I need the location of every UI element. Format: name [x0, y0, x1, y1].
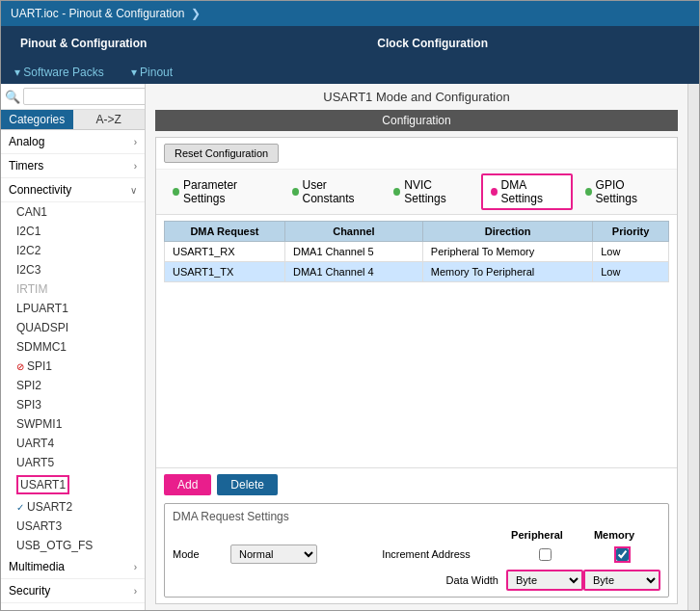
peripheral-col-label: Peripheral — [498, 529, 576, 541]
cell-priority-0: Low — [593, 242, 669, 262]
sidebar-subitem-spi1[interactable]: ⊘ SPI1 — [1, 357, 145, 376]
sidebar-subitem-can1[interactable]: CAN1 — [1, 202, 145, 222]
title-chevron-icon: ❯ — [191, 7, 201, 20]
memory-checkbox[interactable] — [616, 548, 629, 561]
tab-dot-pink — [491, 188, 498, 196]
sidebar-subitem-i2c2[interactable]: I2C2 — [1, 241, 145, 260]
sidebar-subitem-quadspi[interactable]: QUADSPI — [1, 318, 145, 337]
software-packs-menu[interactable]: ▾ Software Packs — [1, 61, 118, 84]
top-nav-sub: ▾ Software Packs ▾ Pinout — [1, 61, 699, 84]
spacer — [156, 288, 677, 467]
chevron-down-icon: ∨ — [130, 185, 137, 196]
pinout-config-tab[interactable]: Pinout & Configuration — [1, 26, 166, 61]
sidebar-subitem-i2c1[interactable]: I2C1 — [1, 222, 145, 241]
chevron-right-icon: › — [134, 562, 137, 572]
cell-direction-1: Memory To Peripheral — [422, 262, 592, 282]
tab-parameter-settings[interactable]: Parameter Settings — [164, 174, 280, 209]
cell-channel-1: DMA1 Channel 4 — [284, 262, 422, 282]
add-button[interactable]: Add — [164, 474, 211, 495]
settings-columns-header: Peripheral Memory — [173, 529, 660, 541]
col-direction: Direction — [422, 222, 592, 242]
sidebar-subitem-uart5[interactable]: UART5 — [1, 453, 145, 472]
reset-configuration-button[interactable]: Reset Configuration — [164, 144, 279, 163]
delete-button[interactable]: Delete — [217, 474, 278, 495]
data-width-label: Data Width — [446, 574, 498, 586]
main-area: 🔍 ⚙ Categories A->Z Analog › Timers › — [1, 84, 699, 610]
col-priority: Priority — [593, 222, 669, 242]
tab-user-constants[interactable]: User Constants — [283, 174, 382, 209]
content-title: USART1 Mode and Configuration — [146, 84, 687, 110]
tab-dot-green — [292, 188, 299, 196]
increment-address-label: Increment Address — [317, 548, 506, 560]
sidebar-subitem-irtim[interactable]: IRTIM — [1, 279, 145, 299]
data-width-peripheral-select[interactable]: Byte Half Word Word — [506, 570, 583, 591]
config-body: Reset Configuration Parameter Settings U… — [155, 137, 678, 604]
config-label: Configuration — [155, 110, 678, 131]
sidebar-tabs: Categories A->Z — [1, 110, 145, 130]
title-bar-text: UART.ioc - Pinout & Configuration — [11, 7, 185, 20]
sidebar-subitem-usart2[interactable]: ✓ USART2 — [1, 497, 145, 517]
sidebar-subitem-usb-otg-fs[interactable]: USB_OTG_FS — [1, 536, 145, 555]
data-width-peripheral-wrapper: Byte Half Word Word — [506, 570, 583, 591]
cell-request-0: USART1_RX — [165, 242, 285, 262]
tab-gpio-settings[interactable]: GPIO Settings — [577, 174, 669, 209]
peripheral-checkbox[interactable] — [539, 548, 552, 561]
sidebar-item-analog[interactable]: Analog › — [1, 130, 145, 154]
sidebar-subitem-usart1[interactable]: USART1 — [1, 472, 145, 497]
sidebar-item-timers[interactable]: Timers › — [1, 154, 145, 178]
dma-request-settings: DMA Request Settings Peripheral Memory M… — [164, 503, 669, 598]
action-buttons: Add Delete — [164, 474, 669, 495]
tab-dot-green — [393, 188, 400, 196]
table-row[interactable]: USART1_RX DMA1 Channel 5 Peripheral To M… — [165, 242, 669, 262]
sidebar-subitem-sdmmc1[interactable]: SDMMC1 — [1, 337, 145, 357]
tab-categories[interactable]: Categories — [1, 110, 73, 129]
cell-channel-0: DMA1 Channel 5 — [284, 242, 422, 262]
memory-checkbox-wrapper — [583, 548, 660, 561]
check-icon: ✓ — [16, 502, 24, 513]
reset-bar: Reset Configuration — [156, 138, 677, 170]
tabs-row: Parameter Settings User Constants NVIC S… — [156, 170, 677, 215]
tab-dma-settings[interactable]: DMA Settings — [481, 173, 573, 210]
sidebar-item-multimedia[interactable]: Multimedia › — [1, 555, 145, 579]
sidebar-subitem-spi2[interactable]: SPI2 — [1, 376, 145, 395]
tab-az[interactable]: A->Z — [73, 110, 146, 129]
tab-dot-green — [585, 188, 592, 196]
sidebar-item-connectivity[interactable]: Connectivity ∨ — [1, 178, 145, 202]
clock-config-tab[interactable]: Clock Configuration — [166, 26, 699, 61]
mode-label: Mode — [173, 548, 230, 560]
sidebar-subitem-lpuart1[interactable]: LPUART1 — [1, 299, 145, 318]
chevron-right-icon: › — [134, 610, 137, 611]
title-bar: UART.ioc - Pinout & Configuration ❯ — [1, 1, 699, 26]
sidebar-subitem-usart3[interactable]: USART3 — [1, 517, 145, 536]
mode-select[interactable]: Normal Circular — [230, 545, 317, 564]
sidebar: 🔍 ⚙ Categories A->Z Analog › Timers › — [1, 84, 146, 610]
sidebar-subitem-uart4[interactable]: UART4 — [1, 434, 145, 453]
dma-table: DMA Request Channel Direction Priority U… — [164, 221, 669, 282]
mode-row: Mode Normal Circular Increment Address — [173, 545, 660, 564]
pinout-menu[interactable]: ▾ Pinout — [118, 61, 186, 84]
sidebar-subitem-swpmi1[interactable]: SWPMI1 — [1, 414, 145, 434]
data-width-row: Data Width Byte Half Word Word B — [173, 570, 660, 591]
table-row[interactable]: USART1_TX DMA1 Channel 4 Memory To Perip… — [165, 262, 669, 282]
sidebar-subitem-spi3[interactable]: SPI3 — [1, 395, 145, 414]
col-channel: Channel — [284, 222, 422, 242]
content-area: USART1 Mode and Configuration Configurat… — [146, 84, 687, 610]
search-input[interactable] — [23, 88, 146, 105]
chevron-right-icon: › — [134, 586, 137, 597]
tab-nvic-settings[interactable]: NVIC Settings — [385, 174, 476, 209]
top-nav: Pinout & Configuration Clock Configurati… — [1, 26, 699, 61]
scrollbar[interactable] — [687, 84, 699, 610]
tab-dot-green — [173, 188, 179, 196]
sidebar-search-bar: 🔍 ⚙ — [1, 84, 145, 110]
peripheral-checkbox-wrapper — [506, 548, 583, 561]
dma-settings-title: DMA Request Settings — [173, 510, 660, 523]
chevron-right-icon: › — [134, 161, 137, 172]
sidebar-item-computing[interactable]: Computing › — [1, 603, 145, 610]
chevron-right-icon: › — [134, 137, 137, 147]
cell-priority-1: Low — [593, 262, 669, 282]
cell-direction-0: Peripheral To Memory — [422, 242, 592, 262]
sidebar-item-security[interactable]: Security › — [1, 579, 145, 603]
data-width-memory-select[interactable]: Byte Half Word Word — [583, 570, 660, 591]
sidebar-subitem-i2c3[interactable]: I2C3 — [1, 260, 145, 279]
error-icon: ⊘ — [16, 361, 24, 372]
